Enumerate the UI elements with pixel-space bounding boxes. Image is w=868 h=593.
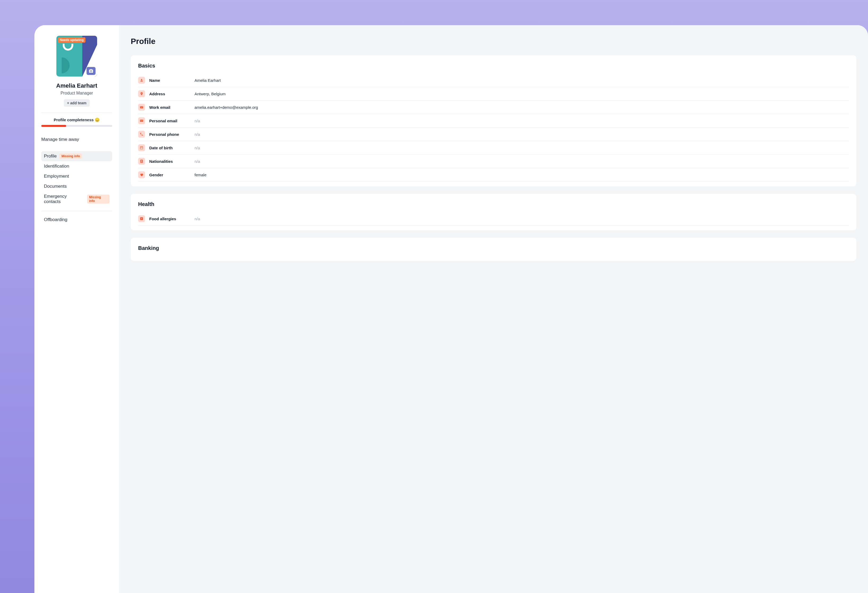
row-address-value: Antwerp, Belgium — [195, 92, 226, 96]
row-work-email-value: amelia.earhart+demo@example.org — [195, 105, 258, 109]
change-photo-button[interactable] — [87, 67, 96, 75]
map-pin-icon — [138, 90, 145, 97]
profile-completeness-bar — [41, 125, 112, 127]
row-nationalities-value: n/a — [195, 159, 200, 164]
mail-icon — [138, 104, 145, 111]
row-gender[interactable]: Gender female — [138, 168, 849, 182]
row-personal-phone[interactable]: Personal phone n/a — [138, 127, 849, 141]
section-banking-heading: Banking — [138, 245, 849, 251]
sidebar-nav: Profile Missing info Identification Empl… — [41, 151, 112, 225]
nav-emergency-contacts-label: Emergency contacts — [44, 194, 84, 204]
row-dob[interactable]: Date of birth n/a — [138, 141, 849, 155]
missing-info-badge: Missing info — [87, 195, 109, 204]
passport-icon — [138, 158, 145, 165]
row-personal-email-value: n/a — [195, 118, 200, 123]
nav-documents-label: Documents — [44, 184, 67, 189]
divider — [41, 112, 112, 113]
row-name-label: Name — [149, 78, 190, 83]
row-personal-phone-label: Personal phone — [149, 132, 190, 137]
row-dob-value: n/a — [195, 146, 200, 150]
medical-icon — [138, 215, 145, 222]
section-health: Health Food allergies n/a — [131, 194, 856, 230]
row-personal-email-label: Personal email — [149, 118, 190, 123]
heart-icon — [138, 171, 145, 178]
sidebar: Needs updating Amelia Earhart Product Ma… — [34, 25, 119, 593]
row-name[interactable]: Name Amelia Earhart — [138, 74, 849, 87]
row-personal-phone-value: n/a — [195, 132, 200, 137]
user-name: Amelia Earhart — [41, 82, 112, 89]
nav-employment-label: Employment — [44, 174, 69, 179]
profile-completeness-label: Profile completeness 😞 — [41, 118, 112, 122]
app-window: Needs updating Amelia Earhart Product Ma… — [34, 25, 868, 593]
nav-identification-label: Identification — [44, 164, 69, 169]
section-health-heading: Health — [138, 201, 849, 207]
nav-manage-time-away[interactable]: Manage time away — [41, 135, 112, 144]
add-team-button[interactable]: + add team — [64, 99, 90, 107]
row-address-label: Address — [149, 92, 190, 96]
profile-completeness-fill — [41, 125, 66, 127]
row-name-value: Amelia Earhart — [195, 78, 221, 83]
page-title: Profile — [131, 37, 856, 46]
nav-offboarding-label: Offboarding — [44, 217, 68, 222]
row-food-allergies-label: Food allergies — [149, 217, 190, 221]
avatar: Needs updating — [56, 36, 97, 77]
row-dob-label: Date of birth — [149, 146, 190, 150]
row-food-allergies-value: n/a — [195, 217, 200, 221]
calendar-icon — [138, 144, 145, 151]
main-content: Profile Basics Name Amelia Earhart Addre… — [119, 25, 868, 593]
person-icon — [138, 77, 145, 84]
nav-emergency-contacts[interactable]: Emergency contacts Missing info — [41, 191, 112, 207]
avatar-needs-updating-badge: Needs updating — [58, 37, 86, 43]
section-basics: Basics Name Amelia Earhart Address Antwe… — [131, 55, 856, 186]
nav-profile[interactable]: Profile Missing info — [41, 151, 112, 161]
row-address[interactable]: Address Antwerp, Belgium — [138, 87, 849, 101]
row-gender-label: Gender — [149, 173, 190, 177]
phone-icon — [138, 131, 145, 138]
nav-employment[interactable]: Employment — [41, 171, 112, 181]
nav-offboarding[interactable]: Offboarding — [41, 211, 112, 225]
section-basics-heading: Basics — [138, 63, 849, 69]
missing-info-badge: Missing info — [59, 154, 82, 159]
camera-icon — [89, 68, 93, 73]
nav-profile-label: Profile — [44, 154, 57, 159]
row-work-email[interactable]: Work email amelia.earhart+demo@example.o… — [138, 101, 849, 114]
mail-icon — [138, 117, 145, 124]
row-gender-value: female — [195, 173, 207, 177]
row-personal-email[interactable]: Personal email n/a — [138, 114, 849, 127]
row-work-email-label: Work email — [149, 105, 190, 109]
nav-identification[interactable]: Identification — [41, 161, 112, 171]
user-job-title: Product Manager — [41, 91, 112, 96]
row-food-allergies[interactable]: Food allergies n/a — [138, 212, 849, 226]
section-banking: Banking — [131, 238, 856, 261]
nav-documents[interactable]: Documents — [41, 181, 112, 191]
row-nationalities-label: Nationalities — [149, 159, 190, 164]
row-nationalities[interactable]: Nationalities n/a — [138, 155, 849, 168]
